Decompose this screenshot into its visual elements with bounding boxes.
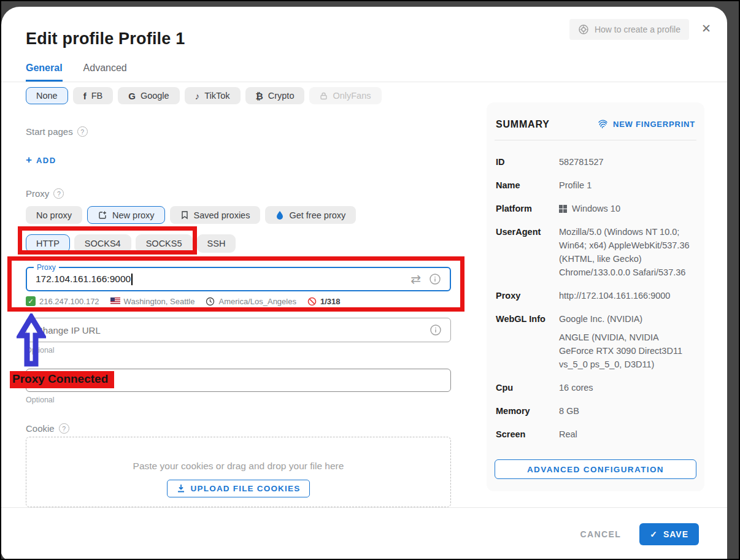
add-button-label: ADD	[36, 156, 56, 165]
summary-row-id: ID 582781527	[495, 155, 696, 169]
platform-chip-label: TikTok	[204, 91, 229, 101]
bitcoin-icon: ₿	[256, 91, 263, 101]
summary-webgl-vendor: Google Inc. (NVIDIA)	[559, 312, 695, 326]
download-icon	[177, 484, 185, 493]
dialog-footer: CANCEL ✓ SAVE	[1, 507, 727, 560]
platform-chip-label: Google	[141, 91, 169, 101]
platform-chip-tiktok[interactable]: ♪ TikTok	[185, 87, 241, 104]
checkmark-icon: ✓	[650, 529, 658, 539]
summary-row-webgl: WebGL Info Google Inc. (NVIDIA) ANGLE (N…	[495, 312, 696, 371]
platform-chip-google[interactable]: G Google	[118, 87, 179, 104]
summary-name-value: Profile 1	[559, 178, 695, 192]
change-ip-url-input[interactable]	[35, 324, 430, 336]
platform-chip-label: FB	[91, 91, 103, 101]
plus-icon: +	[26, 154, 32, 166]
tab-general[interactable]: General	[26, 62, 63, 82]
question-circle-icon[interactable]: ?	[59, 423, 69, 434]
summary-platform-value: Windows 10	[572, 202, 620, 215]
swap-arrows-icon[interactable]: ⇄	[410, 272, 421, 286]
us-flag-icon	[110, 297, 120, 305]
info-icon[interactable]	[430, 324, 442, 336]
google-icon: G	[128, 91, 136, 101]
protocol-tab-socks4[interactable]: SOCKS4	[74, 234, 131, 253]
question-circle-icon[interactable]: ?	[53, 188, 64, 199]
summary-cpu-value: 16 cores	[559, 381, 695, 394]
summary-row-screen: Screen Real	[495, 428, 696, 441]
proxy-mode-new-proxy[interactable]: New proxy	[87, 206, 165, 224]
check-icon: ✓	[26, 296, 36, 306]
platform-chip-label: OnlyFans	[333, 91, 371, 101]
summary-row-proxy: Proxy http://172.104.161.166:9000	[495, 289, 696, 302]
proxy-input-wrap: Proxy 172.104.161.166:9000 ⇄ ✓ 21	[26, 267, 451, 306]
optional-hint: Optional	[26, 346, 451, 355]
proxy-mode-get-free-proxy[interactable]: Get free proxy	[265, 206, 356, 224]
protocol-row-wrap: HTTP SOCKS4 SOCKS5 SSH	[26, 234, 451, 253]
bookmark-icon	[180, 210, 189, 220]
proxy-mode-saved-proxies[interactable]: Saved proxies	[170, 206, 261, 224]
clock-icon	[206, 297, 215, 306]
protocol-tab-ssh[interactable]: SSH	[197, 234, 236, 253]
proxy-name-wrap: Proxy Connected Optional	[26, 369, 451, 404]
summary-title: SUMMARY	[496, 119, 550, 130]
windows-icon	[559, 205, 567, 213]
fingerprint-icon	[597, 118, 609, 130]
info-icon[interactable]	[429, 273, 441, 285]
proxy-blocklist-count: 1/318	[320, 297, 341, 306]
platform-chip-fb[interactable]: f FB	[73, 87, 114, 104]
platform-chip-none[interactable]: None	[26, 87, 68, 104]
close-icon[interactable]: ✕	[701, 23, 711, 34]
question-circle-icon[interactable]: ?	[77, 126, 88, 137]
change-ip-wrap: Optional	[26, 318, 451, 355]
external-ip: 216.247.100.172	[39, 297, 99, 306]
upload-button-label: UPLOAD FILE COOKIES	[191, 484, 301, 493]
add-start-page-button[interactable]: + ADD	[26, 154, 56, 166]
new-fingerprint-label: NEW FINGERPRINT	[613, 120, 695, 129]
padlock-icon	[320, 92, 328, 100]
proxy-mode-no-proxy[interactable]: No proxy	[26, 206, 82, 224]
summary-useragent-value: Mozilla/5.0 (Windows NT 10.0; Win64; x64…	[559, 225, 695, 279]
protocol-tab-row: HTTP SOCKS4 SOCKS5 SSH	[26, 234, 451, 253]
edit-profile-dialog: How to create a profile ✕ Edit profile P…	[1, 7, 727, 560]
help-button-label: How to create a profile	[595, 25, 680, 34]
summary-proxy-value: http://172.104.161.166:9000	[559, 289, 695, 302]
start-pages-label: Start pages ?	[26, 126, 451, 137]
cookie-dropzone[interactable]: Paste your cookies or drag and drop your…	[26, 437, 451, 507]
dialog-body: None f FB G Google ♪ TikTok ₿ Crypto	[1, 82, 727, 508]
lifebuoy-icon	[578, 24, 589, 35]
platform-chip-row: None f FB G Google ♪ TikTok ₿ Crypto	[26, 87, 451, 104]
platform-chip-onlyfans[interactable]: OnlyFans	[309, 87, 381, 104]
platform-chip-label: None	[36, 91, 58, 101]
new-fingerprint-button[interactable]: NEW FINGERPRINT	[597, 118, 695, 130]
summary-webgl-renderer: ANGLE (NVIDIA, NVIDIA GeForce RTX 3090 D…	[559, 331, 695, 371]
tiktok-icon: ♪	[195, 91, 200, 101]
general-form: None f FB G Google ♪ TikTok ₿ Crypto	[1, 82, 451, 507]
upload-file-cookies-button[interactable]: UPLOAD FILE COOKIES	[167, 480, 310, 497]
tab-advanced[interactable]: Advanced	[83, 62, 127, 82]
platform-chip-label: Crypto	[268, 91, 295, 101]
summary-panel: SUMMARY NEW FINGERPRINT	[487, 102, 704, 491]
protocol-tab-socks5[interactable]: SOCKS5	[136, 234, 193, 253]
platform-chip-crypto[interactable]: ₿ Crypto	[245, 87, 305, 104]
summary-row-platform: Platform Windows 10	[495, 202, 696, 215]
dialog-header: How to create a profile ✕ Edit profile P…	[1, 7, 727, 82]
advanced-configuration-button[interactable]: ADVANCED CONFIGURATION	[495, 459, 696, 479]
summary-row-name: Name Profile 1	[495, 178, 696, 192]
save-button[interactable]: ✓ SAVE	[639, 523, 699, 545]
summary-row-useragent: UserAgent Mozilla/5.0 (Windows NT 10.0; …	[495, 225, 696, 279]
new-proxy-icon	[98, 210, 107, 220]
summary-row-memory: Memory 8 GB	[495, 404, 696, 418]
cancel-button[interactable]: CANCEL	[580, 529, 621, 539]
summary-screen-value: Real	[559, 428, 695, 441]
cookie-section-label: Cookie ?	[26, 423, 451, 434]
change-ip-url-input-box[interactable]	[26, 318, 451, 342]
annotation-proxy-connected-label: Proxy Connected	[10, 371, 114, 388]
summary-row-cpu: Cpu 16 cores	[495, 381, 696, 394]
protocol-tab-http[interactable]: HTTP	[26, 234, 70, 253]
proxy-location: Washington, Seattle	[124, 297, 195, 306]
how-to-create-profile-button[interactable]: How to create a profile	[569, 19, 689, 40]
tab-bar: General Advanced	[26, 62, 703, 82]
summary-id-value: 582781527	[559, 155, 695, 169]
dropzone-text: Paste your cookies or drag and drop your…	[133, 461, 344, 472]
proxy-input[interactable]: Proxy 172.104.161.166:9000 ⇄	[26, 267, 451, 291]
summary-divider	[495, 140, 696, 140]
